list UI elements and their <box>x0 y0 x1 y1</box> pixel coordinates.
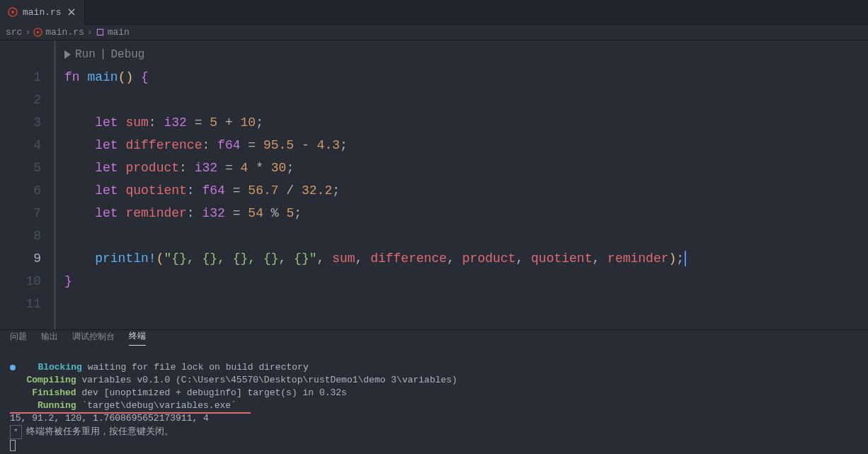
terminal-blocking-text: waiting for file lock on build directory <box>82 362 309 373</box>
code-line-9[interactable]: println!("{}, {}, {}, {}, {}", sum, diff… <box>64 247 868 270</box>
terminal-reuse-msg: 终端将被任务重用，按任意键关闭。 <box>26 426 173 437</box>
code-line-6[interactable]: let quotient: f64 = 56.7 / 32.2; <box>64 179 868 202</box>
code-area[interactable]: Run | Debug fn main() { let sum: i32 = 5… <box>54 40 868 329</box>
svg-point-3 <box>37 31 40 34</box>
breadcrumb-symbol[interactable]: main <box>108 27 130 38</box>
terminal-blocking-label: Blocking <box>38 362 81 373</box>
rust-file-icon <box>7 6 18 18</box>
code-line-5[interactable]: let product: i32 = 4 * 30; <box>64 157 868 179</box>
code-line-10[interactable]: } <box>64 270 868 293</box>
terminal-finished-label: Finished <box>32 387 76 398</box>
code-line-7[interactable]: let reminder: i32 = 54 % 5; <box>64 202 868 225</box>
rust-file-icon <box>33 28 42 37</box>
codelens: Run | Debug <box>64 43 868 66</box>
chevron-right-icon: › <box>87 27 93 38</box>
terminal-running-text: `target\debug\variables.exe` <box>76 400 236 411</box>
tab-bar: main.rs <box>0 0 868 25</box>
breadcrumb[interactable]: src › main.rs › main <box>0 25 868 40</box>
code-line-11[interactable] <box>64 293 868 315</box>
tab-debug-console[interactable]: 调试控制台 <box>72 331 115 346</box>
symbol-function-icon <box>96 28 105 37</box>
terminal-compiling-text: variables v0.1.0 (C:\Users\45570\Desktop… <box>76 375 457 385</box>
close-icon[interactable] <box>66 6 77 18</box>
codelens-run[interactable]: Run <box>75 43 96 66</box>
terminal-running-label: Running <box>38 400 76 411</box>
editor[interactable]: 1 2 3 4 5 6 7 8 9 10 11 Run | Debug fn m… <box>0 40 868 329</box>
task-indicator-icon <box>10 365 16 370</box>
tab-terminal[interactable]: 终端 <box>129 330 146 346</box>
terminal[interactable]: Blocking waiting for file lock on build … <box>0 346 868 454</box>
play-icon <box>64 50 71 59</box>
code-line-1[interactable]: fn main() { <box>64 66 868 89</box>
chevron-right-icon: › <box>25 27 30 38</box>
line-gutter: 1 2 3 4 5 6 7 8 9 10 11 <box>0 40 54 329</box>
terminal-output: 15, 91.2, 120, 1.7608695652173911, 4 <box>10 413 209 424</box>
terminal-compiling-label: Compiling <box>26 375 76 385</box>
text-cursor <box>685 251 686 266</box>
code-line-4[interactable]: let difference: f64 = 95.5 - 4.3; <box>64 134 868 157</box>
tab-main-rs[interactable]: main.rs <box>0 0 85 25</box>
tab-problems[interactable]: 问题 <box>10 331 27 346</box>
codelens-debug[interactable]: Debug <box>110 43 144 66</box>
code-line-2[interactable] <box>64 89 868 111</box>
tab-label: main.rs <box>23 7 62 18</box>
panel-tabbar: 问题 输出 调试控制台 终端 <box>0 330 868 346</box>
terminal-cursor <box>10 440 16 451</box>
terminal-finished-text: dev [unoptimized + debuginfo] target(s) … <box>76 387 347 398</box>
terminal-marker: * <box>10 425 22 439</box>
annotation-underline <box>10 412 251 414</box>
bottom-panel: 问题 输出 调试控制台 终端 Blocking waiting for file… <box>0 329 868 454</box>
breadcrumb-file[interactable]: main.rs <box>45 27 84 38</box>
svg-point-1 <box>11 11 14 13</box>
code-line-8[interactable] <box>64 225 868 247</box>
code-line-3[interactable]: let sum: i32 = 5 + 10; <box>64 111 868 134</box>
breadcrumb-src[interactable]: src <box>6 27 22 38</box>
tab-output[interactable]: 输出 <box>41 331 58 346</box>
